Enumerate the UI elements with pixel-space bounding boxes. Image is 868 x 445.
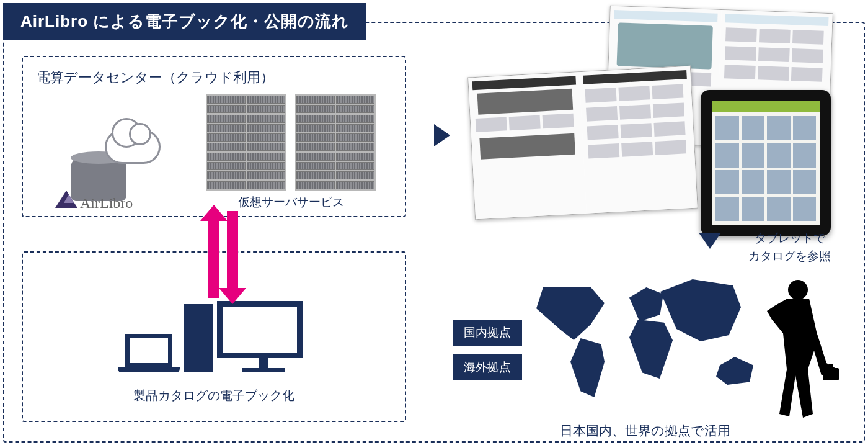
pc-tower-icon	[184, 304, 213, 372]
client-devices-icon	[23, 301, 405, 372]
location-tags: 国内拠点 海外拠点	[453, 320, 522, 380]
airlibro-logo-icon	[55, 191, 78, 208]
cloud-icon	[105, 130, 161, 164]
airlibro-logo-text: AirLibro	[80, 195, 133, 212]
svg-point-0	[788, 280, 808, 300]
diagram-title: AirLibro による電子ブック化・公開の流れ	[3, 3, 366, 40]
server-rack-icon	[295, 94, 376, 191]
tag-overseas: 海外拠点	[453, 354, 522, 380]
svg-rect-2	[829, 364, 833, 369]
sync-arrows-icon	[195, 211, 251, 298]
cloud-db-icon: AirLibro	[49, 124, 161, 210]
client-label: 製品カタログの電子ブック化	[23, 387, 405, 404]
datacenter-box: 電算データセンター（クラウド利用） AirLibro 仮想サーバサ	[22, 56, 406, 217]
ebook-preview	[471, 9, 843, 233]
monitor-icon	[217, 301, 310, 372]
flow-arrow-down-icon	[699, 233, 721, 249]
airlibro-service: AirLibro	[37, 124, 173, 210]
tablet-icon	[701, 90, 831, 236]
catalog-spread-icon	[467, 66, 698, 220]
businessperson-icon	[753, 276, 840, 419]
svg-rect-1	[823, 368, 839, 380]
virtual-server-block: 仮想サーバサービス	[190, 94, 391, 210]
usage-caption: 日本国内、世界の拠点で活用	[496, 422, 794, 439]
arrow-up-icon	[208, 217, 219, 298]
arrow-down-icon	[227, 211, 238, 292]
tag-domestic: 国内拠点	[453, 320, 522, 346]
datacenter-heading: 電算データセンター（クラウド利用）	[37, 68, 391, 87]
flow-arrow-right-icon	[434, 124, 450, 146]
laptop-icon	[118, 334, 180, 372]
tablet-caption: タブレットでカタログを参照	[748, 230, 831, 265]
server-rack-icon	[206, 94, 286, 191]
world-map-icon	[530, 276, 760, 410]
